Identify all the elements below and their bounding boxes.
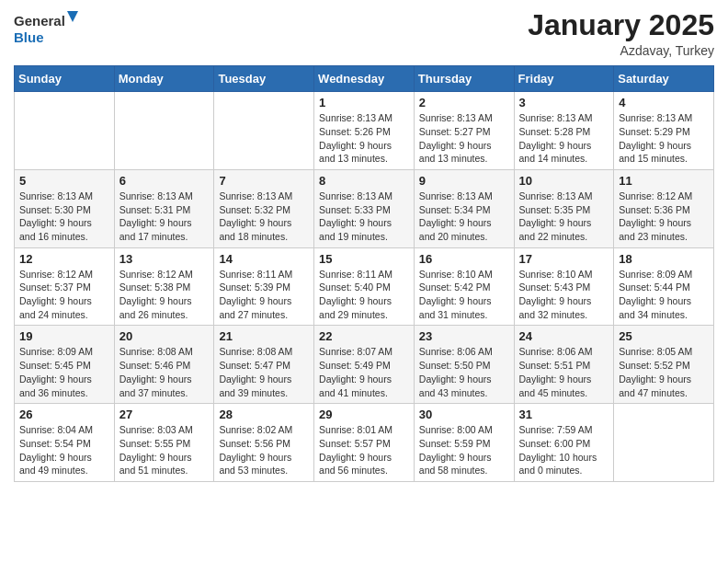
day-number: 28	[219, 408, 309, 421]
day-info: Sunrise: 8:13 AM Sunset: 5:28 PM Dayligh…	[519, 111, 609, 166]
day-info: Sunrise: 8:08 AM Sunset: 5:47 PM Dayligh…	[219, 345, 309, 399]
week-row-1: 1Sunrise: 8:13 AM Sunset: 5:26 PM Daylig…	[15, 92, 714, 170]
title-block: January 2025 Azdavay, Turkey	[528, 9, 714, 58]
day-number: 23	[419, 329, 509, 343]
day-number: 9	[419, 174, 509, 188]
svg-text:Blue: Blue	[14, 29, 44, 45]
week-row-2: 5Sunrise: 8:13 AM Sunset: 5:30 PM Daylig…	[15, 169, 714, 247]
header-monday: Monday	[114, 66, 214, 92]
day-info: Sunrise: 8:05 AM Sunset: 5:52 PM Dayligh…	[619, 345, 709, 399]
day-number: 15	[319, 252, 409, 266]
day-number: 8	[319, 174, 409, 188]
day-info: Sunrise: 8:12 AM Sunset: 5:38 PM Dayligh…	[119, 268, 210, 322]
calendar-cell: 9Sunrise: 8:13 AM Sunset: 5:34 PM Daylig…	[414, 169, 514, 247]
day-info: Sunrise: 8:13 AM Sunset: 5:29 PM Dayligh…	[619, 111, 709, 166]
calendar-cell: 13Sunrise: 8:12 AM Sunset: 5:38 PM Dayli…	[114, 247, 214, 326]
day-number: 2	[419, 96, 509, 109]
calendar-cell: 14Sunrise: 8:11 AM Sunset: 5:39 PM Dayli…	[214, 247, 314, 326]
day-number: 1	[319, 96, 409, 109]
day-number: 30	[419, 408, 509, 421]
calendar-cell: 20Sunrise: 8:08 AM Sunset: 5:46 PM Dayli…	[114, 326, 214, 404]
header-tuesday: Tuesday	[214, 66, 314, 92]
day-info: Sunrise: 8:09 AM Sunset: 5:44 PM Dayligh…	[619, 268, 709, 322]
day-number: 19	[19, 329, 109, 343]
day-info: Sunrise: 8:13 AM Sunset: 5:32 PM Dayligh…	[219, 190, 309, 244]
day-number: 5	[19, 174, 109, 188]
calendar-cell: 11Sunrise: 8:12 AM Sunset: 5:36 PM Dayli…	[614, 169, 714, 247]
day-number: 21	[219, 329, 309, 343]
page: General Blue January 2025 Azdavay, Turke…	[0, 0, 728, 563]
day-info: Sunrise: 8:13 AM Sunset: 5:30 PM Dayligh…	[19, 190, 109, 244]
day-number: 4	[619, 96, 709, 109]
calendar-cell	[214, 92, 314, 170]
calendar-cell: 10Sunrise: 8:13 AM Sunset: 5:35 PM Dayli…	[514, 169, 614, 247]
week-row-5: 26Sunrise: 8:04 AM Sunset: 5:54 PM Dayli…	[15, 404, 714, 482]
calendar-cell: 19Sunrise: 8:09 AM Sunset: 5:45 PM Dayli…	[15, 326, 115, 404]
header-thursday: Thursday	[414, 66, 514, 92]
day-info: Sunrise: 8:06 AM Sunset: 5:50 PM Dayligh…	[419, 345, 509, 399]
day-info: Sunrise: 8:13 AM Sunset: 5:26 PM Dayligh…	[319, 111, 409, 166]
day-info: Sunrise: 8:11 AM Sunset: 5:40 PM Dayligh…	[319, 268, 409, 322]
location: Azdavay, Turkey	[528, 43, 714, 58]
calendar-cell: 5Sunrise: 8:13 AM Sunset: 5:30 PM Daylig…	[15, 169, 115, 247]
day-info: Sunrise: 8:06 AM Sunset: 5:51 PM Dayligh…	[519, 345, 609, 399]
calendar: SundayMondayTuesdayWednesdayThursdayFrid…	[14, 65, 714, 482]
header: General Blue January 2025 Azdavay, Turke…	[14, 9, 714, 58]
calendar-cell: 15Sunrise: 8:11 AM Sunset: 5:40 PM Dayli…	[314, 247, 415, 326]
calendar-cell: 6Sunrise: 8:13 AM Sunset: 5:31 PM Daylig…	[114, 169, 214, 247]
day-info: Sunrise: 8:00 AM Sunset: 5:59 PM Dayligh…	[419, 423, 509, 477]
month-title: January 2025	[528, 9, 714, 41]
day-number: 24	[519, 329, 609, 343]
calendar-cell: 28Sunrise: 8:02 AM Sunset: 5:56 PM Dayli…	[214, 404, 314, 482]
header-sunday: Sunday	[15, 66, 115, 92]
calendar-cell: 23Sunrise: 8:06 AM Sunset: 5:50 PM Dayli…	[414, 326, 514, 404]
day-number: 16	[419, 252, 509, 266]
day-info: Sunrise: 7:59 AM Sunset: 6:00 PM Dayligh…	[519, 423, 609, 477]
day-info: Sunrise: 8:04 AM Sunset: 5:54 PM Dayligh…	[19, 423, 109, 477]
day-info: Sunrise: 8:13 AM Sunset: 5:34 PM Dayligh…	[419, 190, 509, 244]
week-row-4: 19Sunrise: 8:09 AM Sunset: 5:45 PM Dayli…	[15, 326, 714, 404]
day-info: Sunrise: 8:13 AM Sunset: 5:31 PM Dayligh…	[119, 190, 210, 244]
day-number: 10	[519, 174, 609, 188]
calendar-cell: 31Sunrise: 7:59 AM Sunset: 6:00 PM Dayli…	[514, 404, 614, 482]
calendar-cell: 16Sunrise: 8:10 AM Sunset: 5:42 PM Dayli…	[414, 247, 514, 326]
calendar-cell: 4Sunrise: 8:13 AM Sunset: 5:29 PM Daylig…	[614, 92, 714, 170]
svg-text:General: General	[14, 13, 65, 29]
calendar-cell	[114, 92, 214, 170]
header-friday: Friday	[514, 66, 614, 92]
svg-marker-2	[67, 11, 78, 22]
day-info: Sunrise: 8:13 AM Sunset: 5:27 PM Dayligh…	[419, 111, 509, 166]
header-wednesday: Wednesday	[314, 66, 415, 92]
calendar-cell	[614, 404, 714, 482]
day-info: Sunrise: 8:02 AM Sunset: 5:56 PM Dayligh…	[219, 423, 309, 477]
day-number: 7	[219, 174, 309, 188]
day-info: Sunrise: 8:10 AM Sunset: 5:42 PM Dayligh…	[419, 268, 509, 322]
calendar-cell	[15, 92, 115, 170]
week-row-3: 12Sunrise: 8:12 AM Sunset: 5:37 PM Dayli…	[15, 247, 714, 326]
calendar-cell: 12Sunrise: 8:12 AM Sunset: 5:37 PM Dayli…	[15, 247, 115, 326]
day-number: 3	[519, 96, 609, 109]
day-number: 18	[619, 252, 709, 266]
day-info: Sunrise: 8:12 AM Sunset: 5:36 PM Dayligh…	[619, 190, 709, 244]
calendar-cell: 18Sunrise: 8:09 AM Sunset: 5:44 PM Dayli…	[614, 247, 714, 326]
header-saturday: Saturday	[614, 66, 714, 92]
day-number: 22	[319, 329, 409, 343]
calendar-cell: 1Sunrise: 8:13 AM Sunset: 5:26 PM Daylig…	[314, 92, 415, 170]
calendar-cell: 17Sunrise: 8:10 AM Sunset: 5:43 PM Dayli…	[514, 247, 614, 326]
day-number: 29	[319, 408, 409, 421]
calendar-cell: 25Sunrise: 8:05 AM Sunset: 5:52 PM Dayli…	[614, 326, 714, 404]
day-number: 26	[19, 408, 109, 421]
logo: General Blue	[14, 9, 78, 48]
day-info: Sunrise: 8:07 AM Sunset: 5:49 PM Dayligh…	[319, 345, 409, 399]
day-number: 13	[119, 252, 210, 266]
calendar-header-row: SundayMondayTuesdayWednesdayThursdayFrid…	[15, 66, 714, 92]
logo-svg: General Blue	[14, 9, 78, 48]
day-number: 11	[619, 174, 709, 188]
calendar-cell: 30Sunrise: 8:00 AM Sunset: 5:59 PM Dayli…	[414, 404, 514, 482]
day-info: Sunrise: 8:08 AM Sunset: 5:46 PM Dayligh…	[119, 345, 210, 399]
day-number: 27	[119, 408, 210, 421]
calendar-cell: 21Sunrise: 8:08 AM Sunset: 5:47 PM Dayli…	[214, 326, 314, 404]
calendar-cell: 27Sunrise: 8:03 AM Sunset: 5:55 PM Dayli…	[114, 404, 214, 482]
calendar-cell: 26Sunrise: 8:04 AM Sunset: 5:54 PM Dayli…	[15, 404, 115, 482]
day-info: Sunrise: 8:13 AM Sunset: 5:35 PM Dayligh…	[519, 190, 609, 244]
